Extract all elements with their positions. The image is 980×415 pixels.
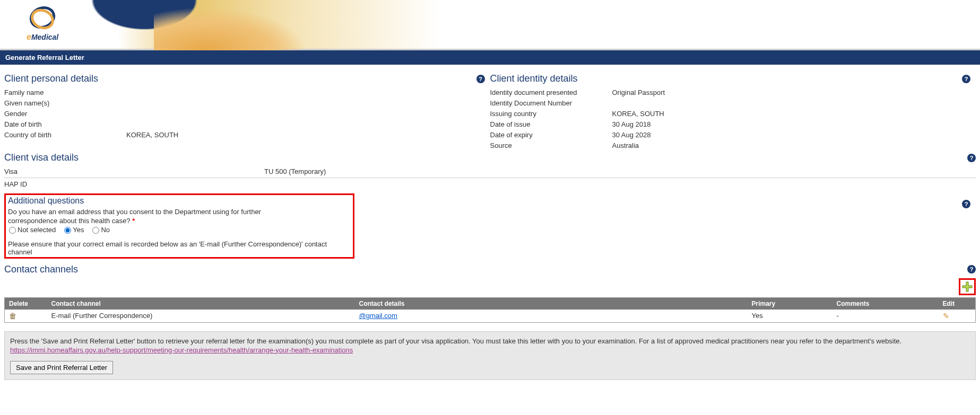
footer-section: Press the 'Save and Print Referral Lette… xyxy=(4,331,976,381)
value-doc-number xyxy=(612,99,971,107)
field-visa: Visa TU 500 (Temporary) xyxy=(4,166,976,176)
value-date-expiry: 30 Aug 2028 xyxy=(612,131,971,139)
logo-text: eMedical xyxy=(27,32,58,42)
cell-primary: Yes xyxy=(748,310,832,323)
cell-channel: E-mail (Further Correspondence) xyxy=(47,310,355,323)
contact-channels-table: Delete Contact channel Contact details P… xyxy=(4,297,976,323)
help-icon[interactable]: ? xyxy=(967,265,976,273)
field-date-issue: Date of issue 30 Aug 2018 xyxy=(490,119,971,129)
trash-icon[interactable]: 🗑 xyxy=(9,312,16,320)
label-given-names: Given name(s) xyxy=(4,99,126,107)
label-doc-number: Identity Document Number xyxy=(490,99,612,107)
logo-area: eMedical xyxy=(27,4,58,42)
col-details: Contact details xyxy=(355,297,748,310)
app-header: eMedical xyxy=(0,0,980,50)
label-doc-presented: Identity document presented xyxy=(490,89,612,96)
footer-text: Press the 'Save and Print Referral Lette… xyxy=(10,337,970,355)
label-country-birth: Country of birth xyxy=(4,131,126,139)
logo-text-e: e xyxy=(27,32,31,41)
page-title: Generate Referral Letter xyxy=(5,54,84,61)
additional-instruction: Please ensure that your correct email is… xyxy=(8,240,351,256)
emedical-logo-icon xyxy=(27,4,58,33)
field-doc-presented: Identity document presented Original Pas… xyxy=(490,87,971,98)
value-doc-presented: Original Passport xyxy=(612,89,971,96)
col-comments: Comments xyxy=(832,297,939,310)
value-hap-id xyxy=(126,180,976,188)
section-title-personal: Client personal details xyxy=(4,73,476,84)
col-delete: Delete xyxy=(5,297,47,310)
radio-yes[interactable]: Yes xyxy=(64,226,84,235)
section-title-visa: Client visa details xyxy=(4,152,967,163)
field-family-name: Family name xyxy=(4,87,485,98)
save-print-button[interactable]: Save and Print Referral Letter xyxy=(10,361,113,374)
pencil-icon[interactable]: ✎ xyxy=(943,312,949,320)
field-hap-id: HAP ID xyxy=(4,179,976,189)
footer-link[interactable]: https://immi.homeaffairs.gov.au/help-sup… xyxy=(10,346,353,354)
section-title-contact: Contact channels xyxy=(4,264,967,275)
radio-not-selected[interactable]: Not selected xyxy=(9,226,56,235)
additional-question-row: Do you have an email address that you co… xyxy=(8,208,351,235)
field-dob: Date of birth xyxy=(4,119,485,129)
page-title-bar: Generate Referral Letter xyxy=(0,50,980,65)
table-row: 🗑 E-mail (Further Correspondence) @gmail… xyxy=(5,310,976,323)
label-visa: Visa xyxy=(4,167,264,175)
radio-no[interactable]: No xyxy=(92,226,110,235)
section-title-additional: Additional questions xyxy=(8,196,351,206)
value-given-names xyxy=(126,99,485,107)
cell-comments: - xyxy=(832,310,939,323)
add-contact-button[interactable] xyxy=(961,281,973,293)
value-gender xyxy=(126,110,485,118)
field-gender: Gender xyxy=(4,109,485,119)
add-contact-highlight xyxy=(959,278,976,295)
value-dob xyxy=(126,120,485,128)
label-source: Source xyxy=(490,142,612,149)
section-contact-channels: Contact channels ? xyxy=(4,264,976,275)
help-icon[interactable]: ? xyxy=(967,154,976,162)
help-icon[interactable]: ? xyxy=(476,75,485,83)
value-source: Australia xyxy=(612,142,971,149)
logo-text-medical: Medical xyxy=(31,33,58,41)
section-visa-details: Client visa details ? xyxy=(4,152,976,163)
value-date-issue: 30 Aug 2018 xyxy=(612,120,971,128)
section-title-identity: Client identity details xyxy=(490,73,962,84)
footer-text-before-link: Press the 'Save and Print Referral Lette… xyxy=(10,337,901,345)
help-icon[interactable]: ? xyxy=(962,75,970,83)
field-given-names: Given name(s) xyxy=(4,98,485,108)
required-star-icon: * xyxy=(132,217,135,225)
value-issuing-country: KOREA, SOUTH xyxy=(612,110,971,118)
value-visa: TU 500 (Temporary) xyxy=(264,167,976,175)
radio-group-consent: Not selected Yes No xyxy=(9,226,116,235)
label-hap-id: HAP ID xyxy=(4,180,126,188)
label-date-issue: Date of issue xyxy=(490,120,612,128)
value-country-birth: KOREA, SOUTH xyxy=(126,131,485,139)
cell-details-link[interactable]: @gmail.com xyxy=(359,312,397,320)
label-family-name: Family name xyxy=(4,89,126,96)
col-edit: Edit xyxy=(939,297,976,310)
field-date-expiry: Date of expiry 30 Aug 2028 xyxy=(490,130,971,140)
label-date-expiry: Date of expiry xyxy=(490,131,612,139)
section-personal-details: Client personal details ? xyxy=(4,73,485,84)
label-dob: Date of birth xyxy=(4,120,126,128)
value-family-name xyxy=(126,89,485,96)
label-gender: Gender xyxy=(4,110,126,118)
section-identity-details: Client identity details ? xyxy=(490,73,971,84)
plus-icon xyxy=(961,281,973,293)
field-doc-number: Identity Document Number xyxy=(490,98,971,108)
field-country-birth: Country of birth KOREA, SOUTH xyxy=(4,130,485,140)
additional-questions-highlight: Additional questions Do you have an emai… xyxy=(4,193,354,259)
label-issuing-country: Issuing country xyxy=(490,110,612,118)
field-source: Source Australia xyxy=(490,140,971,151)
col-primary: Primary xyxy=(748,297,832,310)
col-channel: Contact channel xyxy=(47,297,355,310)
help-icon[interactable]: ? xyxy=(962,200,970,208)
field-issuing-country: Issuing country KOREA, SOUTH xyxy=(490,109,971,119)
